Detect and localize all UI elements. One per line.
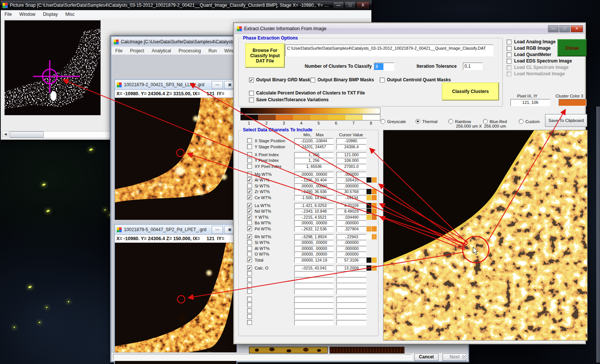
checkbox-icon[interactable] [247,234,252,239]
checkbox-icon[interactable] [247,277,252,282]
load-option-label: Load QuantMeter [514,52,551,57]
menu-misc[interactable]: Misc [61,11,78,18]
menu-processing[interactable]: Processing [175,47,205,55]
load-option-load-analog-image[interactable]: Load Analog Image [507,39,556,44]
menu-window[interactable]: Window [15,11,39,18]
checkbox-icon[interactable] [247,183,252,188]
checkbox-icon[interactable] [247,195,252,200]
background-image-strip [330,347,405,353]
minmax-field: .00000, .00000 [294,251,334,257]
grd-window-2-image[interactable] [115,243,237,364]
menu-run[interactable]: Run [205,47,220,55]
radio-blue-red[interactable]: Blue-Red [483,119,507,124]
checkbox-icon[interactable] [247,271,252,276]
checkbox-icon[interactable] [247,138,252,143]
checkbox-icon[interactable] [247,320,252,325]
close-dialog-button[interactable]: Close [557,39,587,56]
grd-window-2-coordinates: X= -10980. Y= 24306.4 Z= 150.000, IX= 12… [115,235,237,243]
restore-button[interactable]: □ [559,25,570,32]
classify-clusters-button[interactable]: Classify Clusters [442,82,499,101]
scroll-left-icon[interactable]: ◀ [2,131,9,137]
close-icon[interactable]: ✕ [571,25,583,32]
close-button[interactable]: X [356,2,369,9]
checkbox-icon[interactable] [247,314,252,319]
menu-file[interactable]: File [1,11,15,18]
dat-path-field[interactable]: C:\UserData\SurferData\Samples4\Catalyst… [285,44,493,56]
checkbox-icon[interactable] [247,308,252,313]
checkbox-icon[interactable] [507,40,511,44]
radio-greyscale[interactable]: Greyscale [380,119,406,124]
menu-project[interactable]: Project [126,47,148,55]
checkbox-icon[interactable] [507,59,511,64]
radio-thermal[interactable]: Thermal [415,119,437,124]
channel-row-la-wt-: La WT%-1.421, 6.02534.70109 [239,203,378,209]
classified-cluster-image[interactable] [383,130,588,341]
checkbox-icon[interactable] [507,52,511,57]
checkbox-icon[interactable] [247,302,252,307]
channel-label: Pd WT% [255,227,271,231]
checkbox-icon[interactable] [247,158,252,163]
minimize-button[interactable]: — [212,81,223,89]
radio-custom[interactable]: Custom [519,119,540,124]
checkbox-icon[interactable] [247,289,252,294]
checkbox-icon[interactable] [247,172,252,177]
save-to-clipboard-button[interactable]: Save To Clipboard [545,114,587,127]
cancel-button[interactable]: Cancel [414,353,438,361]
grd-window-1-image[interactable] [115,98,237,220]
channel-label: Al WT% [255,178,270,182]
checkbox-icon[interactable] [247,257,252,262]
checkbox-icon[interactable] [247,246,252,251]
checkbox-icon[interactable] [507,46,511,51]
output-bmp-checkbox[interactable]: Output Binary BMP Masks [310,77,374,82]
channel-row-empty [239,308,378,314]
load-option-load-eds-spectrum-image[interactable]: Load EDS Spectrum Image [507,58,572,64]
checkbox-icon[interactable] [247,220,252,225]
minmax-field: -.2215, 4.5521 [294,215,334,220]
checkbox-icon[interactable] [247,209,252,213]
checkbox-icon[interactable] [247,152,252,157]
checkbox-icon[interactable] [247,265,252,270]
checkbox-icon[interactable] [247,283,252,288]
load-option-load-rgb-image[interactable]: Load RGB Image [507,46,551,51]
checkbox-icon[interactable] [247,144,252,149]
picture-snap-image[interactable] [5,20,101,115]
grd-window-1-titlebar[interactable]: 10021879-2_00421_SP3_Nd_LLIF_.grd — ▣ [115,80,237,90]
checkbox-icon[interactable] [247,226,252,231]
resize-grip[interactable] [462,355,467,360]
checkbox-icon[interactable] [247,164,252,169]
cursor-value-field [336,308,366,314]
tolerance-label: Iteration Tolerance [417,64,456,69]
grd-window-2-titlebar[interactable]: 10021879-5_00447_SP2_Pd_LPET_.grd — ▣ [115,225,237,235]
channel-label: Si WT% [255,240,270,245]
menu-display[interactable]: Display [39,11,61,18]
minmax-field: 24201, 24457 [294,144,334,150]
output-grd-checkbox[interactable]: Output Binary GRD Masks [249,77,313,82]
load-option-load-quantmeter[interactable]: Load QuantMeter [507,52,551,57]
percent-deviation-checkbox[interactable]: Calculate Percent Deviation of Clusters … [249,90,365,96]
checkbox-icon[interactable] [247,203,252,208]
browse-dat-button[interactable]: Browse For Classify Input DAT File [245,43,285,68]
minmax-field: 1, 256 [294,152,334,158]
save-variations-checkbox[interactable]: Save Cluster/Tolerance Variations [249,97,329,102]
checkbox-icon[interactable] [247,240,252,245]
menu-analytical[interactable]: Analytical [148,47,175,55]
checkbox-icon[interactable] [247,297,252,302]
picture-snap-titlebar[interactable]: Picture Snap [C:\UserData\SurferData\Sam… [0,0,372,10]
output-centroid-checkbox[interactable]: Output Centroid Quant Masks [380,77,451,82]
radio-label: Custom [525,119,540,124]
checkbox-icon[interactable] [247,177,252,182]
checkbox-icon[interactable] [247,189,252,194]
maximize-button[interactable]: □ [345,2,356,9]
dialog-titlebar[interactable]: Extract Cluster Information From Image [235,24,585,34]
checkbox-icon[interactable] [247,215,252,219]
clusters-input[interactable]: 8 [374,62,394,71]
minimize-button[interactable]: — [212,226,223,234]
radio-rainbow[interactable]: Rainbow [448,119,471,124]
scrollbar-thumb[interactable] [10,131,44,138]
minmax-field [294,314,334,320]
minimize-button[interactable]: — [333,2,344,9]
menu-file[interactable]: File [111,47,126,55]
checkbox-icon[interactable] [247,251,252,256]
tolerance-input[interactable]: 0.1 [463,62,482,70]
minimize-button[interactable]: — [548,25,559,32]
